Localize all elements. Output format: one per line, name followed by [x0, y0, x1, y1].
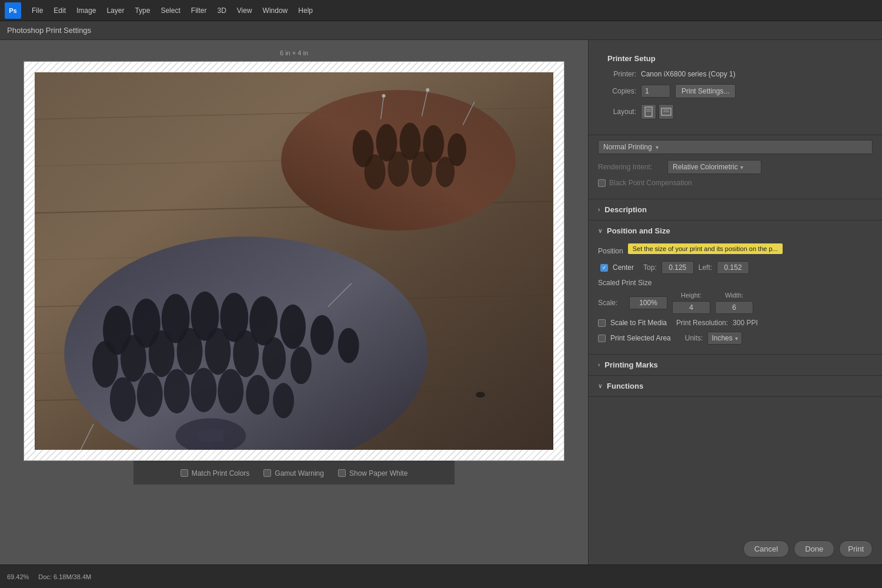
black-point-checkbox[interactable] — [598, 179, 606, 187]
top-input[interactable] — [662, 261, 694, 274]
description-title: Description — [604, 205, 647, 214]
cancel-button[interactable]: Cancel — [743, 540, 789, 557]
width-label: Width: — [715, 292, 753, 299]
description-header[interactable]: › Description — [589, 199, 882, 220]
main-content: 6 in × 4 in — [0, 40, 882, 564]
svg-point-30 — [280, 305, 306, 349]
menu-layer[interactable]: Layer — [102, 4, 129, 17]
zoom-level: 69.42% — [7, 573, 29, 580]
scale-col — [629, 296, 667, 309]
gamut-warning-item[interactable]: Gamut Warning — [263, 469, 324, 477]
svg-point-43 — [164, 369, 190, 413]
normal-printing-dropdown[interactable]: Normal Printing ▾ — [598, 140, 873, 154]
show-paper-white-checkbox[interactable] — [338, 469, 346, 477]
svg-point-39 — [262, 338, 286, 380]
width-col: Width: — [715, 292, 753, 314]
menu-image[interactable]: Image — [72, 4, 101, 17]
black-point-row: Black Point Compensation — [598, 179, 873, 187]
page-title: Photoshop Print Settings — [7, 26, 91, 35]
done-button[interactable]: Done — [794, 540, 834, 557]
units-dropdown[interactable]: Inches ▾ — [707, 332, 741, 345]
units-label: Units: — [685, 334, 703, 342]
menu-help[interactable]: Help — [293, 4, 318, 17]
printer-value: Canon iX6800 series (Copy 1) — [641, 70, 736, 78]
menu-type[interactable]: Type — [130, 4, 155, 17]
pos-size-title: Position and Size — [607, 226, 670, 235]
svg-point-32 — [338, 328, 359, 363]
printer-setup-section: Printer Setup Printer: Canon iX6800 seri… — [589, 40, 882, 135]
position-size-header[interactable]: ∨ Position and Size — [589, 220, 882, 241]
svg-rect-54 — [645, 107, 652, 116]
svg-point-33 — [92, 341, 118, 388]
center-checkbox[interactable] — [600, 264, 608, 272]
scale-to-fit-label: Scale to Fit Media — [610, 319, 667, 327]
left-input[interactable] — [717, 261, 749, 274]
svg-point-22 — [426, 88, 429, 92]
match-print-colors-label: Match Print Colors — [192, 469, 250, 477]
units-value: Inches — [711, 334, 732, 342]
preview-panel: 6 in × 4 in — [0, 40, 588, 564]
scale-to-fit-checkbox[interactable] — [598, 319, 606, 327]
menu-edit[interactable]: Edit — [49, 4, 71, 17]
scale-label: Scale: — [598, 299, 624, 307]
paper-container — [24, 61, 564, 461]
svg-point-37 — [205, 328, 230, 375]
functions-title: Functions — [607, 382, 643, 390]
show-paper-white-label: Show Paper White — [349, 469, 407, 477]
menu-file[interactable]: File — [27, 4, 48, 17]
gamut-warning-checkbox[interactable] — [263, 469, 271, 477]
height-label: Height: — [672, 292, 710, 299]
menu-3d[interactable]: 3D — [212, 4, 230, 17]
match-print-colors-checkbox[interactable] — [181, 469, 188, 477]
print-image — [35, 72, 553, 450]
svg-point-44 — [191, 368, 217, 412]
rendering-intent-arrow-icon: ▾ — [740, 164, 743, 171]
functions-header[interactable]: ∨ Functions — [589, 376, 882, 396]
landscape-layout-icon[interactable] — [659, 104, 674, 119]
layout-icons — [641, 104, 674, 119]
tractor-seat-svg — [35, 72, 553, 450]
color-management-section: Normal Printing ▾ Rendering Intent: Rela… — [589, 135, 882, 199]
layout-row: Layout: — [598, 104, 873, 119]
functions-arrow-icon: ∨ — [598, 383, 602, 389]
rendering-intent-value: Relative Colorimetric — [673, 163, 738, 171]
print-settings-button[interactable]: Print Settings... — [675, 84, 736, 98]
height-input[interactable] — [672, 301, 710, 314]
svg-point-14 — [365, 155, 386, 190]
normal-printing-row: Normal Printing ▾ — [598, 140, 873, 154]
width-input[interactable] — [715, 301, 753, 314]
show-paper-white-item[interactable]: Show Paper White — [338, 469, 407, 477]
menu-filter[interactable]: Filter — [186, 4, 212, 17]
printing-marks-arrow-icon: › — [598, 362, 600, 368]
scale-input[interactable] — [629, 296, 667, 309]
rendering-intent-dropdown[interactable]: Relative Colorimetric ▾ — [667, 160, 761, 174]
units-row: Print Selected Area Units: Inches ▾ — [598, 332, 873, 345]
printing-marks-header[interactable]: › Printing Marks — [589, 355, 882, 375]
menu-select[interactable]: Select — [156, 4, 185, 17]
svg-point-15 — [388, 152, 409, 187]
menu-window[interactable]: Window — [258, 4, 293, 17]
copies-label: Copies: — [598, 87, 636, 95]
svg-point-38 — [233, 330, 259, 377]
copies-input[interactable] — [641, 85, 670, 98]
svg-point-45 — [218, 369, 243, 413]
image-overlay — [35, 72, 553, 450]
svg-point-35 — [149, 330, 175, 377]
print-resolution-value: 300 PPI — [733, 319, 758, 327]
svg-point-16 — [411, 152, 432, 187]
rendering-intent-row: Rendering Intent: Relative Colorimetric … — [598, 160, 873, 174]
left-label: Left: — [699, 263, 712, 272]
scale-to-fit-row: Scale to Fit Media Print Resolution: 300… — [598, 319, 873, 327]
scale-row: Scale: Height: Width: — [598, 292, 873, 314]
print-button[interactable]: Print — [839, 540, 873, 557]
portrait-layout-icon[interactable] — [641, 104, 656, 119]
svg-point-53 — [476, 392, 485, 397]
svg-point-36 — [177, 328, 203, 375]
description-section: › Description — [589, 199, 882, 220]
menu-view[interactable]: View — [232, 4, 257, 17]
tooltip-bar: Set the size of your print and its posit… — [628, 243, 783, 254]
rendering-intent-label: Rendering Intent: — [598, 163, 663, 171]
print-selected-area-checkbox[interactable] — [598, 335, 606, 342]
normal-printing-label: Normal Printing — [603, 143, 652, 151]
match-print-colors-item[interactable]: Match Print Colors — [181, 469, 250, 477]
